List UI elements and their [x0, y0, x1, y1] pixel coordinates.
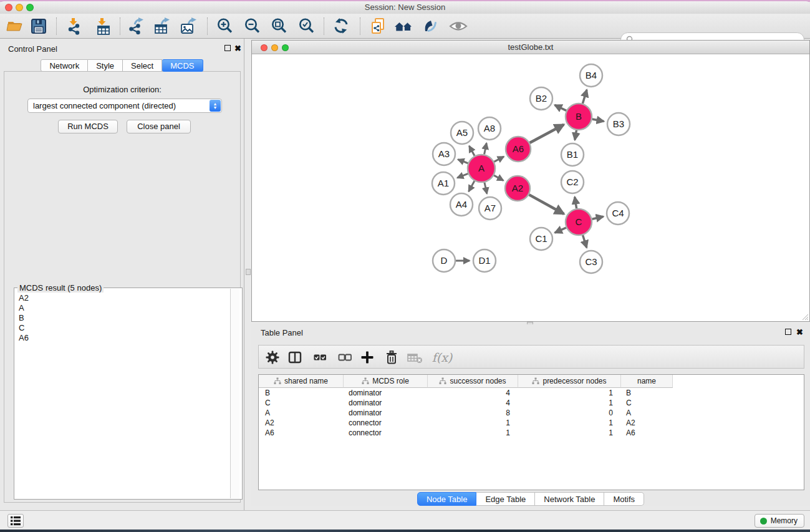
- result-list-scrollbar[interactable]: [230, 289, 239, 498]
- window-resize-grip[interactable]: [800, 312, 809, 321]
- table-row[interactable]: Bdominator41B: [259, 388, 804, 398]
- column-header-MCDS-role[interactable]: MCDS role: [344, 375, 428, 388]
- home-layout-icon[interactable]: [394, 17, 413, 36]
- column-header-successor-nodes[interactable]: successor nodes: [428, 375, 518, 388]
- mcds-result-item[interactable]: A: [15, 303, 229, 313]
- import-network-icon[interactable]: [65, 17, 84, 36]
- delete-columns-trash-icon[interactable]: [383, 349, 400, 365]
- close-panel-button[interactable]: Close panel: [127, 120, 191, 133]
- export-image-icon[interactable]: [179, 17, 198, 36]
- graph-node-C[interactable]: C: [566, 209, 592, 235]
- save-session-icon[interactable]: [29, 17, 48, 36]
- graph-node-A5[interactable]: A5: [451, 122, 473, 144]
- edge-A-A1[interactable]: [457, 173, 468, 178]
- edge-A-A3[interactable]: [458, 160, 468, 163]
- vertical-splitter-handle[interactable]: [246, 269, 251, 275]
- edge-A-A4[interactable]: [469, 181, 475, 191]
- deselect-all-icon[interactable]: [337, 349, 353, 365]
- tab-network-table[interactable]: Network Table: [535, 492, 604, 506]
- tab-select[interactable]: Select: [123, 59, 162, 72]
- edge-B-B2[interactable]: [555, 105, 567, 110]
- edge-A-A8[interactable]: [485, 143, 487, 155]
- create-column-plus-icon[interactable]: [359, 349, 375, 365]
- tab-mcds[interactable]: MCDS: [162, 59, 203, 72]
- criterion-dropdown[interactable]: largest connected component (directed) ▲…: [27, 99, 222, 113]
- close-table-panel-icon[interactable]: ✖: [796, 329, 804, 336]
- graph-node-A6[interactable]: A6: [506, 137, 531, 162]
- graph-node-D[interactable]: D: [433, 249, 455, 272]
- edge-A-A6[interactable]: [494, 157, 504, 162]
- graph-node-B2[interactable]: B2: [530, 87, 552, 110]
- network-canvas[interactable]: B4B2BB3A5A8A6A3AB1A1A2C2A4A7C4CC1DD1C3: [252, 55, 809, 321]
- graph-node-A4[interactable]: A4: [450, 193, 473, 216]
- import-table-icon[interactable]: [94, 17, 113, 36]
- graph-node-A[interactable]: A: [468, 155, 495, 182]
- export-table-icon[interactable]: [153, 17, 171, 36]
- zoom-in-icon[interactable]: [216, 17, 234, 36]
- edge-A-A5[interactable]: [469, 146, 475, 156]
- graph-node-B[interactable]: B: [566, 104, 592, 130]
- main-titlebar[interactable]: Session: New Session: [0, 1, 810, 14]
- graph-node-A8[interactable]: A8: [478, 117, 501, 140]
- edge-A6-B[interactable]: [530, 125, 564, 143]
- table-row[interactable]: Cdominator41C: [259, 398, 804, 408]
- birdseye-view-icon[interactable]: [449, 17, 468, 36]
- edge-A-A7[interactable]: [485, 182, 487, 193]
- graph-node-A7[interactable]: A7: [479, 197, 501, 220]
- float-table-panel-icon[interactable]: [785, 329, 793, 336]
- graph-node-C2[interactable]: C2: [561, 171, 584, 193]
- graph-node-D1[interactable]: D1: [473, 249, 496, 272]
- export-network-icon[interactable]: [127, 17, 145, 36]
- column-header-name[interactable]: name: [621, 375, 673, 388]
- graph-node-A3[interactable]: A3: [433, 143, 455, 165]
- zoom-selected-icon[interactable]: [297, 17, 316, 36]
- task-history-button[interactable]: [7, 514, 24, 528]
- graph-node-C4[interactable]: C4: [607, 202, 629, 225]
- mcds-result-item[interactable]: A2: [15, 293, 229, 303]
- table-mode-gear-icon[interactable]: [264, 349, 281, 365]
- show-hide-graphics-details-icon[interactable]: [421, 17, 440, 36]
- graph-node-A2[interactable]: A2: [505, 176, 530, 201]
- graph-node-B3[interactable]: B3: [607, 113, 630, 135]
- table-row[interactable]: Adominator80A: [259, 408, 804, 418]
- edge-C-C1[interactable]: [555, 228, 566, 233]
- mcds-result-item[interactable]: B: [15, 313, 229, 323]
- select-all-icon[interactable]: [312, 349, 328, 365]
- tab-node-table[interactable]: Node Table: [417, 492, 477, 506]
- edge-C-C3[interactable]: [583, 235, 587, 248]
- tab-motifs[interactable]: Motifs: [604, 492, 644, 506]
- column-header-shared-name[interactable]: shared name: [259, 375, 344, 388]
- edge-B-B4[interactable]: [582, 90, 587, 104]
- mcds-result-item[interactable]: A6: [15, 333, 229, 343]
- edge-C-C2[interactable]: [575, 197, 577, 209]
- network-window-titlebar[interactable]: testGlobe.txt: [252, 41, 809, 54]
- clone-network-icon[interactable]: [369, 17, 388, 36]
- graph-node-B4[interactable]: B4: [580, 64, 602, 87]
- column-header-predecessor-nodes[interactable]: predecessor nodes: [518, 375, 621, 388]
- delete-table-icon[interactable]: [407, 349, 423, 365]
- edge-B-B1[interactable]: [575, 130, 577, 140]
- graph-node-B1[interactable]: B1: [561, 143, 584, 166]
- edge-A-A2[interactable]: [494, 175, 503, 180]
- tab-style[interactable]: Style: [88, 59, 123, 72]
- open-file-icon[interactable]: [6, 17, 24, 36]
- close-panel-icon[interactable]: ✖: [234, 45, 242, 52]
- refresh-icon[interactable]: [332, 17, 351, 36]
- zoom-out-icon[interactable]: [243, 17, 262, 36]
- graph-node-C3[interactable]: C3: [580, 251, 602, 273]
- edge-B-B3[interactable]: [592, 119, 604, 122]
- table-row[interactable]: A2connector11A2: [259, 418, 804, 428]
- tab-edge-table[interactable]: Edge Table: [476, 492, 535, 506]
- graph-node-C1[interactable]: C1: [530, 228, 552, 250]
- mcds-result-item[interactable]: C: [15, 323, 229, 333]
- zoom-fit-icon[interactable]: [270, 17, 289, 36]
- graph-node-A1[interactable]: A1: [432, 172, 455, 195]
- table-row[interactable]: A6connector11A6: [259, 428, 804, 438]
- memory-button[interactable]: Memory: [755, 514, 804, 528]
- tab-network[interactable]: Network: [41, 59, 88, 72]
- function-builder-icon[interactable]: f(x): [430, 349, 455, 365]
- edge-A2-C[interactable]: [529, 195, 564, 214]
- show-columns-icon[interactable]: [287, 349, 303, 365]
- edge-C-C4[interactable]: [592, 216, 603, 219]
- run-mcds-button[interactable]: Run MCDS: [58, 120, 118, 133]
